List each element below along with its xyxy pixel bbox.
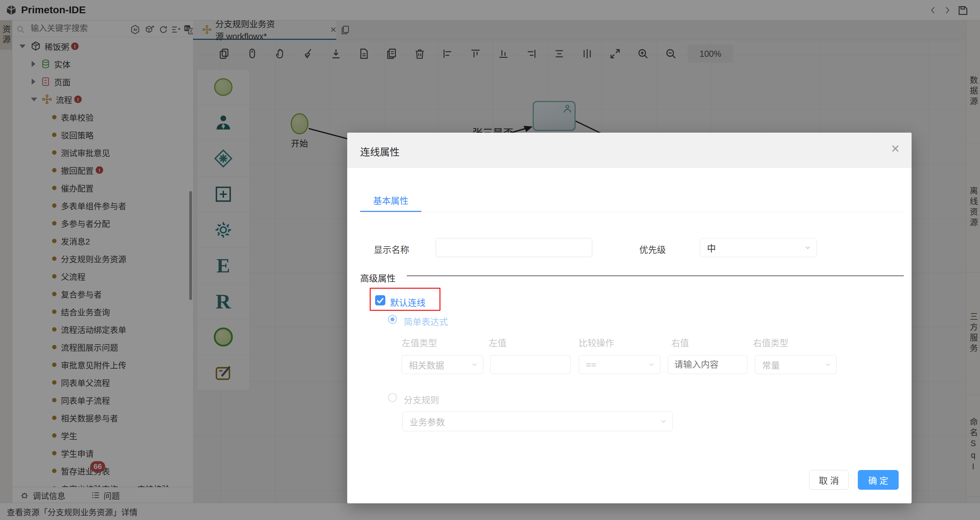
right-value-input[interactable] <box>668 355 748 374</box>
radio-dot <box>390 317 395 321</box>
right-type-select[interactable]: 常量 <box>755 355 837 374</box>
dialog-close-icon[interactable]: × <box>891 141 900 156</box>
check-icon <box>375 295 385 305</box>
section-divider <box>407 276 904 276</box>
left-type-column-label: 左值类型 <box>402 336 437 349</box>
priority-label: 优先级 <box>639 243 666 255</box>
operator-value: == <box>586 360 596 370</box>
app-window: Primeton-IDE 资源 AI <box>0 0 980 520</box>
chevron-down-icon <box>648 361 655 368</box>
chevron-down-icon <box>471 361 478 368</box>
simple-expression-label[interactable]: 简单表达式 <box>404 315 448 328</box>
advanced-section-title: 高级属性 <box>360 271 396 284</box>
left-value-input[interactable] <box>490 355 571 374</box>
operator-select[interactable]: == <box>579 355 660 374</box>
chevron-down-icon <box>824 361 832 368</box>
branch-rule-label[interactable]: 分支规则 <box>404 393 439 406</box>
display-name-input[interactable] <box>436 238 592 257</box>
right-type-value: 常量 <box>762 358 780 371</box>
dialog-header <box>347 133 912 168</box>
left-value-column-label: 左值 <box>489 336 506 349</box>
edge-properties-dialog: 连线属性 × 基本属性 显示名称 优先级 中 高级属性 默认连线 简单表达式 左… <box>347 133 912 503</box>
ok-button[interactable]: 确 定 <box>858 470 899 490</box>
left-type-value: 相关数据 <box>409 358 444 371</box>
simple-expression-radio[interactable] <box>388 315 397 324</box>
display-name-label: 显示名称 <box>374 243 409 255</box>
branch-param-select[interactable]: 业务参数 <box>402 412 673 431</box>
default-line-label[interactable]: 默认连线 <box>390 296 425 308</box>
right-type-column-label: 右值类型 <box>753 336 788 349</box>
cancel-button[interactable]: 取 消 <box>809 470 849 490</box>
chevron-down-icon <box>659 417 668 425</box>
left-type-select[interactable]: 相关数据 <box>402 355 484 374</box>
priority-select[interactable]: 中 <box>700 238 817 257</box>
branch-rule-radio[interactable] <box>388 393 397 402</box>
branch-param-value: 业务参数 <box>409 415 445 428</box>
default-line-checkbox[interactable] <box>375 295 385 305</box>
right-value-column-label: 右值 <box>671 336 689 349</box>
priority-value: 中 <box>707 241 716 254</box>
tab-basic-properties[interactable]: 基本属性 <box>360 190 422 209</box>
operator-column-label: 比较操作 <box>579 336 614 349</box>
chevron-down-icon <box>804 244 812 252</box>
dialog-title: 连线属性 <box>360 144 399 159</box>
tab-bar-baseline <box>360 212 904 212</box>
